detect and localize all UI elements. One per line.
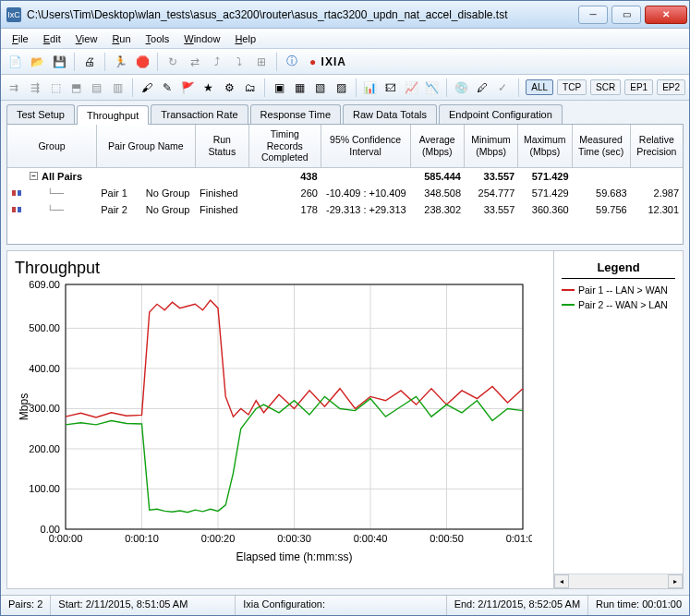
info-icon[interactable]: ⓘ <box>282 52 302 72</box>
tb2-c3[interactable]: 📈 <box>402 78 420 98</box>
collapse-icon[interactable]: − <box>30 172 38 180</box>
tb2-icon1[interactable]: ⇉ <box>5 78 23 98</box>
tb2-c4[interactable]: 📉 <box>423 78 442 98</box>
col-max[interactable]: Maximum (Mbps) <box>518 125 572 167</box>
tab-throughput[interactable]: Throughput <box>77 105 149 125</box>
action4-icon[interactable]: ⤵ <box>229 52 249 72</box>
menubar: File Edit View Run Tools Window Help <box>1 29 689 49</box>
svg-rect-2 <box>12 207 16 212</box>
tab-transaction-rate[interactable]: Transaction Rate <box>151 104 248 124</box>
tb2-c2[interactable]: 🗠 <box>381 78 400 98</box>
tb2-b4[interactable]: ▨ <box>332 78 350 98</box>
tb2-d3[interactable]: ✓ <box>493 78 512 98</box>
action3-icon[interactable]: ⤴ <box>207 52 227 72</box>
tab-test-setup[interactable]: Test Setup <box>6 104 75 124</box>
gear-icon[interactable]: ⚙ <box>220 78 238 98</box>
mode-scr[interactable]: SCR <box>590 79 621 95</box>
tab-endpoint-configuration[interactable]: Endpoint Configuration <box>439 104 563 124</box>
menu-window[interactable]: Window <box>176 30 227 47</box>
minimize-button[interactable]: ─ <box>578 6 608 24</box>
tab-raw-data-totals[interactable]: Raw Data Totals <box>343 104 437 124</box>
scroll-left-icon[interactable]: ◂ <box>554 574 569 588</box>
flag-icon[interactable]: 🚩 <box>178 78 197 98</box>
svg-text:609.00: 609.00 <box>29 280 60 290</box>
throughput-chart[interactable]: 0.00100.00200.00300.00400.00500.00609.00… <box>15 280 532 585</box>
tb2-icon4[interactable]: ⬒ <box>67 78 85 98</box>
tb2-icon6[interactable]: ▥ <box>108 78 127 98</box>
maximize-button[interactable]: ▭ <box>611 6 641 24</box>
run-icon[interactable]: 🏃 <box>110 52 130 72</box>
col-confidence[interactable]: 95% Confidence Interval <box>321 125 411 167</box>
scroll-right-icon[interactable]: ▸ <box>668 574 683 588</box>
print-icon[interactable]: 🖨 <box>79 52 100 72</box>
save-icon[interactable]: 💾 <box>49 52 69 72</box>
status-pairs: Pairs: 2 <box>1 596 51 615</box>
col-meas[interactable]: Measured Time (sec) <box>573 125 631 167</box>
brush-icon[interactable]: 🖌 <box>137 78 155 98</box>
action2-icon[interactable]: ⇄ <box>185 52 205 72</box>
tb2-d1[interactable]: 💿 <box>452 78 470 98</box>
stop-icon[interactable]: 🛑 <box>132 52 152 72</box>
tb2-c1[interactable]: 📊 <box>361 78 380 98</box>
tb2-b1[interactable]: ▣ <box>270 78 288 98</box>
ixia-logo: ● IXIA <box>304 55 352 68</box>
svg-text:500.00: 500.00 <box>29 322 60 333</box>
menu-run[interactable]: Run <box>104 30 138 47</box>
row-all-pairs[interactable]: − All Pairs 438 585.444 33.557 571.429 <box>7 168 683 185</box>
chart-title: Throughput <box>15 259 550 278</box>
pair-icon <box>11 187 22 199</box>
app-icon: IxC <box>6 7 21 22</box>
tb2-b3[interactable]: ▧ <box>311 78 330 98</box>
legend-item-1[interactable]: Pair 1 -- LAN > WAN <box>554 283 683 297</box>
action-icon[interactable]: ↻ <box>163 52 183 72</box>
titlebar[interactable]: IxC C:\Users\Tim\Desktop\wlan_tests\asus… <box>1 1 689 29</box>
col-group[interactable]: Group <box>7 125 97 167</box>
mode-all[interactable]: ALL <box>526 79 553 95</box>
svg-text:0:00:20: 0:00:20 <box>201 533 236 544</box>
star-icon[interactable]: ★ <box>200 78 218 98</box>
col-prec[interactable]: Relative Precision <box>631 125 683 167</box>
mode-ep1[interactable]: EP1 <box>624 79 653 95</box>
legend-panel: Legend Pair 1 -- LAN > WAN Pair 2 -- WAN… <box>553 251 683 588</box>
legend-scrollbar[interactable]: ◂ ▸ <box>554 574 683 588</box>
grid-body: − All Pairs 438 585.444 33.557 571.429 └… <box>7 168 683 244</box>
menu-view[interactable]: View <box>68 30 105 47</box>
action5-icon[interactable]: ⊞ <box>251 52 272 72</box>
tb2-icon3[interactable]: ⬚ <box>46 78 65 98</box>
mode-tcp[interactable]: TCP <box>557 79 587 95</box>
col-run-status[interactable]: Run Status <box>196 125 249 167</box>
table-row[interactable]: └── Pair 1 No Group Finished 260 -10.409… <box>7 185 683 201</box>
svg-text:300.00: 300.00 <box>29 403 60 414</box>
toolbar-secondary: ⇉ ⇶ ⬚ ⬒ ▤ ▥ 🖌 ✎ 🚩 ★ ⚙ 🗂 ▣ ▦ ▧ ▨ 📊 🗠 📈 📉 … <box>1 75 689 101</box>
table-row[interactable]: └── Pair 2 No Group Finished 178 -29.313… <box>7 201 683 218</box>
tb2-icon2[interactable]: ⇶ <box>25 78 43 98</box>
all-pairs-label: All Pairs <box>42 171 82 182</box>
legend-item-2[interactable]: Pair 2 -- WAN > LAN <box>554 297 683 312</box>
card-icon[interactable]: 🗂 <box>241 78 260 98</box>
tb2-b2[interactable]: ▦ <box>290 78 309 98</box>
menu-edit[interactable]: Edit <box>36 30 68 47</box>
tb2-icon5[interactable]: ▤ <box>88 78 106 98</box>
results-grid: Group Pair Group Name Run Status Timing … <box>6 124 684 245</box>
statusbar: Pairs: 2 Start: 2/11/2015, 8:51:05 AM Ix… <box>1 595 689 615</box>
new-icon[interactable]: 📄 <box>5 52 25 72</box>
menu-help[interactable]: Help <box>227 30 263 47</box>
menu-tools[interactable]: Tools <box>139 30 177 47</box>
app-window: IxC C:\Users\Tim\Desktop\wlan_tests\asus… <box>0 0 690 616</box>
menu-file[interactable]: File <box>5 30 36 47</box>
status-start: Start: 2/11/2015, 8:51:05 AM <box>51 596 236 615</box>
tb2-d2[interactable]: 🖊 <box>473 78 491 98</box>
col-pair-group[interactable]: Pair Group Name <box>97 125 196 167</box>
edit-icon[interactable]: ✎ <box>158 78 176 98</box>
tab-response-time[interactable]: Response Time <box>250 104 341 124</box>
chart-area: Throughput 0.00100.00200.00300.00400.005… <box>6 250 684 589</box>
close-button[interactable]: ✕ <box>645 6 687 24</box>
window-title: C:\Users\Tim\Desktop\wlan_tests\asus_ac3… <box>27 8 576 21</box>
mode-ep2[interactable]: EP2 <box>657 79 685 95</box>
open-icon[interactable]: 📂 <box>27 52 47 72</box>
pair-icon <box>11 204 22 215</box>
col-avg[interactable]: Average (Mbps) <box>411 125 465 167</box>
col-timing[interactable]: Timing Records Completed <box>249 125 321 167</box>
col-min[interactable]: Minimum (Mbps) <box>465 125 518 167</box>
status-end: End: 2/11/2015, 8:52:05 AM <box>447 596 588 615</box>
